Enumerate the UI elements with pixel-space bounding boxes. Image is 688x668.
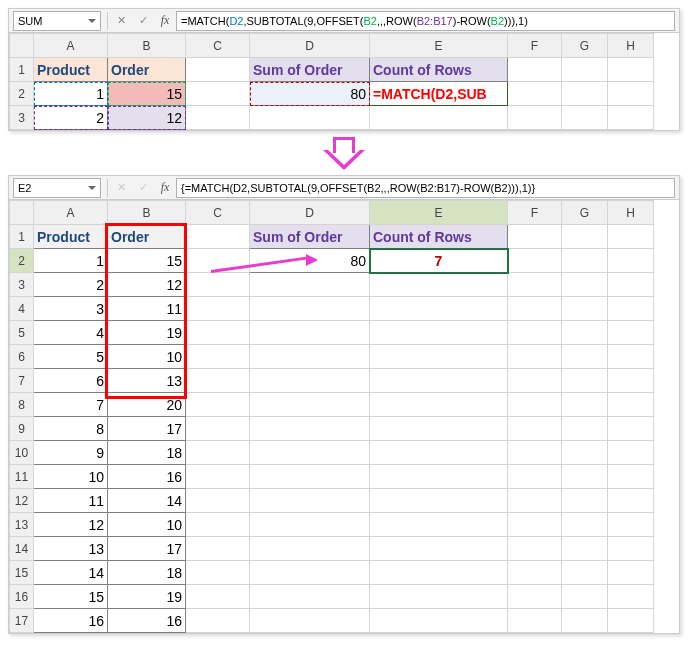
cell-A13[interactable]: 12 (34, 513, 108, 537)
col-D[interactable]: D (250, 34, 370, 58)
row-10[interactable]: 10 (10, 441, 34, 465)
cell-A8[interactable]: 7 (34, 393, 108, 417)
cell-B16[interactable]: 19 (108, 585, 186, 609)
col-C[interactable]: C (186, 34, 250, 58)
cell-B3[interactable]: 12 (108, 273, 186, 297)
col-E[interactable]: E (370, 34, 508, 58)
cell-B10[interactable]: 18 (108, 441, 186, 465)
cell-B6[interactable]: 10 (108, 345, 186, 369)
row-14[interactable]: 14 (10, 537, 34, 561)
cell-A1[interactable]: Product (34, 225, 108, 249)
row-15[interactable]: 15 (10, 561, 34, 585)
cell-B15[interactable]: 18 (108, 561, 186, 585)
cell-A14[interactable]: 13 (34, 537, 108, 561)
cell-B4[interactable]: 11 (108, 297, 186, 321)
cell-B7[interactable]: 13 (108, 369, 186, 393)
cell-A1[interactable]: Product (34, 58, 108, 82)
cell-D1[interactable]: Sum of Order (250, 58, 370, 82)
formula-input[interactable]: {=MATCH(D2,SUBTOTAL(9,OFFSET(B2,,,ROW(B2… (176, 178, 675, 198)
col-E[interactable]: E (370, 201, 508, 225)
cell-A5[interactable]: 4 (34, 321, 108, 345)
cell-E2[interactable]: 7 (370, 249, 508, 273)
cancel-icon[interactable]: ✕ (110, 11, 132, 31)
cell-A15[interactable]: 14 (34, 561, 108, 585)
cell-B2[interactable]: 15 (108, 82, 186, 106)
col-A[interactable]: A (34, 34, 108, 58)
cell-B11[interactable]: 16 (108, 465, 186, 489)
cell-B8[interactable]: 20 (108, 393, 186, 417)
worksheet-bottom[interactable]: A B C D E F G H 1ProductOrderSum of Orde… (9, 200, 679, 633)
formula-input[interactable]: =MATCH( D2 ,SUBTOTAL(9,OFFSET( B2 ,,,ROW… (176, 11, 675, 31)
cell-B17[interactable]: 16 (108, 609, 186, 633)
cell-A16[interactable]: 15 (34, 585, 108, 609)
name-box[interactable]: E2 (13, 178, 101, 198)
row-16[interactable]: 16 (10, 585, 34, 609)
cell-A6[interactable]: 5 (34, 345, 108, 369)
row-3[interactable]: 3 (10, 273, 34, 297)
cell-A2[interactable]: 1 (34, 249, 108, 273)
cell-B13[interactable]: 10 (108, 513, 186, 537)
worksheet-top[interactable]: A B C D E F G H 1 Product Order Sum of O… (9, 33, 679, 130)
row-6[interactable]: 6 (10, 345, 34, 369)
cell-B5[interactable]: 19 (108, 321, 186, 345)
cell-A3[interactable]: 2 (34, 106, 108, 130)
row-2[interactable]: 2 (10, 249, 34, 273)
col-C[interactable]: C (186, 201, 250, 225)
col-H[interactable]: H (608, 34, 654, 58)
row-17[interactable]: 17 (10, 609, 34, 633)
col-G[interactable]: G (562, 34, 608, 58)
chevron-down-icon[interactable] (88, 184, 96, 192)
row-11[interactable]: 11 (10, 465, 34, 489)
cell-B9[interactable]: 17 (108, 417, 186, 441)
cell-A17[interactable]: 16 (34, 609, 108, 633)
select-all[interactable] (10, 34, 34, 58)
row-4[interactable]: 4 (10, 297, 34, 321)
cell-B1[interactable]: Order (108, 58, 186, 82)
cell-E1[interactable]: Count of Rows (370, 58, 508, 82)
cell-A4[interactable]: 3 (34, 297, 108, 321)
cell-B12[interactable]: 14 (108, 489, 186, 513)
col-D[interactable]: D (250, 201, 370, 225)
col-F[interactable]: F (508, 34, 562, 58)
cell-D1[interactable]: Sum of Order (250, 225, 370, 249)
cell-A11[interactable]: 10 (34, 465, 108, 489)
cell-E2-editing[interactable]: =MATCH(D2,SUB (370, 82, 508, 106)
cell-B2[interactable]: 15 (108, 249, 186, 273)
cell-A3[interactable]: 2 (34, 273, 108, 297)
col-A[interactable]: A (34, 201, 108, 225)
cell-A2[interactable]: 1 (34, 82, 108, 106)
row-5[interactable]: 5 (10, 321, 34, 345)
row-9[interactable]: 9 (10, 417, 34, 441)
col-H[interactable]: H (608, 201, 654, 225)
row-13[interactable]: 13 (10, 513, 34, 537)
name-box-value: SUM (18, 15, 42, 27)
col-B[interactable]: B (108, 201, 186, 225)
row-3[interactable]: 3 (10, 106, 34, 130)
row-1[interactable]: 1 (10, 225, 34, 249)
fx-icon[interactable]: fx (154, 11, 176, 31)
cell-D2[interactable]: 80 (250, 82, 370, 106)
col-F[interactable]: F (508, 201, 562, 225)
cell-B14[interactable]: 17 (108, 537, 186, 561)
fx-icon[interactable]: fx (154, 178, 176, 198)
chevron-down-icon[interactable] (88, 17, 96, 25)
row-12[interactable]: 12 (10, 489, 34, 513)
cell-D2[interactable]: 80 (250, 249, 370, 273)
cell-A9[interactable]: 8 (34, 417, 108, 441)
row-7[interactable]: 7 (10, 369, 34, 393)
name-box[interactable]: SUM (13, 11, 101, 31)
row-1[interactable]: 1 (10, 58, 34, 82)
row-2[interactable]: 2 (10, 82, 34, 106)
cell-C1[interactable] (186, 58, 250, 82)
cell-E1[interactable]: Count of Rows (370, 225, 508, 249)
col-B[interactable]: B (108, 34, 186, 58)
cell-B1[interactable]: Order (108, 225, 186, 249)
cell-A12[interactable]: 11 (34, 489, 108, 513)
cell-A7[interactable]: 6 (34, 369, 108, 393)
cell-B3[interactable]: 12 (108, 106, 186, 130)
col-G[interactable]: G (562, 201, 608, 225)
select-all[interactable] (10, 201, 34, 225)
enter-icon[interactable]: ✓ (132, 11, 154, 31)
row-8[interactable]: 8 (10, 393, 34, 417)
cell-A10[interactable]: 9 (34, 441, 108, 465)
